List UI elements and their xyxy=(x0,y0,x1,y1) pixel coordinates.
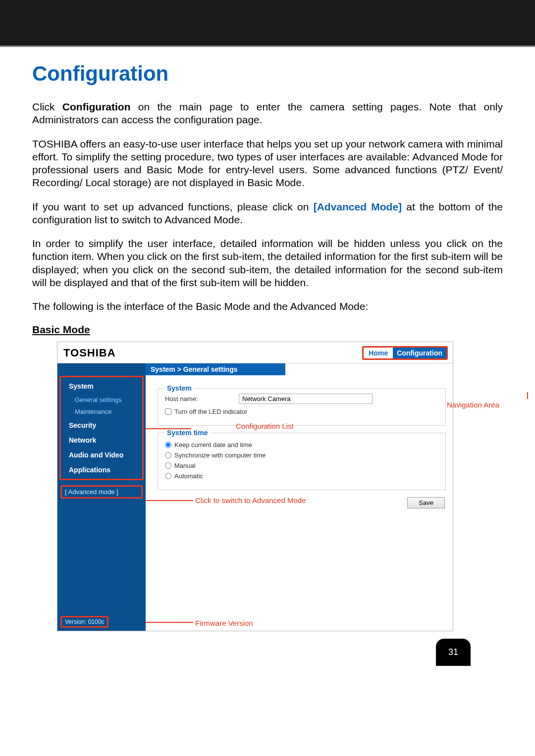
advanced-mode-toggle[interactable]: [ Advanced mode ] xyxy=(60,485,143,499)
firmware-version-label: Version: 0100c xyxy=(60,616,108,628)
brand-logo: TOSHIBA xyxy=(63,347,116,359)
host-name-label: Host name: xyxy=(165,395,232,403)
sidebar-item-system[interactable]: System xyxy=(64,379,139,393)
row-time-auto: Automatic xyxy=(165,472,438,480)
panel-system-time-legend: System time xyxy=(164,429,211,437)
p3-pre: If you want to set up advanced functions… xyxy=(32,201,314,212)
radio-keep-current[interactable] xyxy=(165,442,171,448)
callout-advanced-mode: Click to switch to Advanced Mode xyxy=(195,496,306,504)
page-title: Configuration xyxy=(32,62,503,86)
row-time-manual: Manual xyxy=(165,462,438,469)
page-content: Configuration Click Configuration on the… xyxy=(0,47,535,686)
led-checkbox-label: Turn off the LED indicator xyxy=(174,408,247,415)
row-host-name: Host name: xyxy=(165,394,438,404)
p1-bold: Configuration xyxy=(62,101,131,112)
paragraph-5: The following is the interface of the Ba… xyxy=(32,300,503,313)
sidebar-item-network[interactable]: Network xyxy=(64,433,139,447)
save-button[interactable]: Save xyxy=(407,497,445,508)
callout-firmware-version: Firmware Version xyxy=(195,619,253,627)
row-led-checkbox: Turn off the LED indicator xyxy=(165,408,438,415)
nav-home-link[interactable]: Home xyxy=(364,348,393,358)
sidebar-item-security[interactable]: Security xyxy=(64,418,139,432)
radio-automatic[interactable] xyxy=(165,473,171,479)
panel-system: System Host name: Turn off the LED indic… xyxy=(158,388,446,426)
basic-mode-subhead: Basic Mode xyxy=(32,324,503,336)
main-panel: System > General settings Navigation Are… xyxy=(146,363,453,631)
paragraph-4: In order to simplify the user interface,… xyxy=(32,237,503,289)
configuration-list-highlight: System General settings Maintenance Secu… xyxy=(59,376,144,480)
paragraph-2: TOSHIBA offers an easy-to-use user inter… xyxy=(32,138,503,190)
radio-manual[interactable] xyxy=(165,462,171,469)
breadcrumb: System > General settings xyxy=(146,363,285,375)
page-number-wrap: 31 xyxy=(32,631,503,666)
radio-manual-label: Manual xyxy=(174,462,196,469)
p1-pre: Click xyxy=(32,101,62,112)
nav-configuration-link[interactable]: Configuration xyxy=(393,348,446,358)
screenshot-header: TOSHIBA Home Configuration xyxy=(57,342,453,363)
radio-sync-computer-label: Synchronize with computer time xyxy=(174,452,266,459)
radio-keep-current-label: Keep current date and time xyxy=(174,441,252,449)
screenshot-body: System General settings Maintenance Secu… xyxy=(57,363,453,631)
led-checkbox[interactable] xyxy=(165,408,171,415)
page-number: 31 xyxy=(448,647,458,657)
callout-line-adv xyxy=(146,500,193,501)
sidebar-item-audio-video[interactable]: Audio and Video xyxy=(64,448,139,462)
screenshot-basic-mode: TOSHIBA Home Configuration System Genera… xyxy=(57,342,453,631)
callout-configuration-list: Configuration List xyxy=(236,422,294,430)
paragraph-1: Click Configuration on the main page to … xyxy=(32,101,503,127)
radio-automatic-label: Automatic xyxy=(174,472,203,480)
host-name-input[interactable] xyxy=(239,394,373,404)
navigation-area-highlight: Home Configuration xyxy=(362,346,448,360)
callout-line-conf xyxy=(146,428,191,429)
callout-line-navigation xyxy=(527,392,528,399)
callout-line-fw xyxy=(146,622,193,623)
page-number-tab: 31 xyxy=(436,639,471,666)
header-band xyxy=(0,0,535,47)
panel-system-legend: System xyxy=(164,384,195,392)
paragraph-3: If you want to set up advanced functions… xyxy=(32,201,503,227)
sidebar: System General settings Maintenance Secu… xyxy=(57,363,146,631)
callout-navigation-area: Navigation Area xyxy=(447,401,499,409)
advanced-mode-link-text: [Advanced Mode] xyxy=(314,201,402,212)
sidebar-item-maintenance[interactable]: Maintenance xyxy=(64,406,139,417)
radio-sync-computer[interactable] xyxy=(165,452,171,458)
sidebar-item-applications[interactable]: Applications xyxy=(64,463,139,477)
panel-system-time: System time Keep current date and time S… xyxy=(158,433,446,490)
sidebar-item-general-settings[interactable]: General settings xyxy=(64,394,139,405)
row-time-keep: Keep current date and time xyxy=(165,441,438,449)
row-time-sync: Synchronize with computer time xyxy=(165,452,438,459)
